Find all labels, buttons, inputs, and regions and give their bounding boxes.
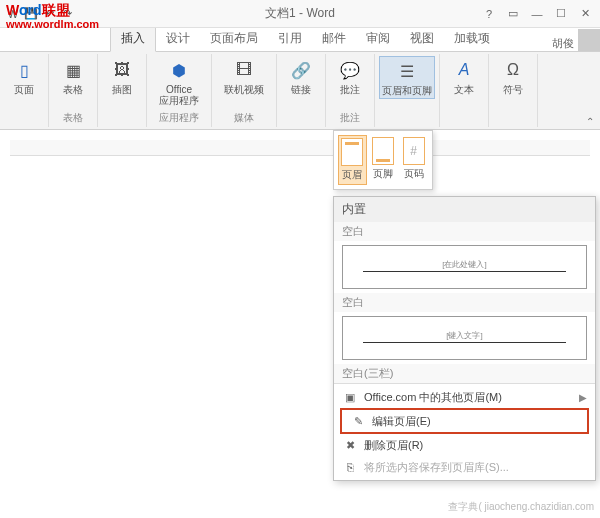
collapse-ribbon-icon[interactable]: ⌃ <box>586 116 594 127</box>
close-icon[interactable]: ✕ <box>574 3 596 25</box>
group-symbols: Ω 符号 <box>489 54 538 127</box>
gallery-blank2-label: 空白 <box>334 293 595 312</box>
text-button[interactable]: A 文本 <box>444 56 484 97</box>
tab-mail[interactable]: 邮件 <box>312 26 356 51</box>
group-comments: 💬 批注 批注 <box>326 54 375 127</box>
table-button[interactable]: ▦ 表格 <box>53 56 93 97</box>
picture-button[interactable]: 🖼 插图 <box>102 56 142 97</box>
tab-addins[interactable]: 加载项 <box>444 26 500 51</box>
help-icon[interactable]: ? <box>478 3 500 25</box>
submenu-arrow-icon: ▶ <box>579 392 587 403</box>
office-icon: ▣ <box>342 389 358 405</box>
group-links: 🔗 链接 <box>277 54 326 127</box>
dropdown-header[interactable]: 页眉 <box>338 135 367 185</box>
gallery-preview-blank2[interactable]: [键入文字] <box>342 316 587 360</box>
gallery-preview-blank1[interactable]: [在此处键入] <box>342 245 587 289</box>
menu-delete-header[interactable]: ✖ 删除页眉(R) <box>334 434 595 456</box>
header-footer-dropdown: 页眉 页脚 # 页码 <box>333 130 433 190</box>
symbol-button[interactable]: Ω 符号 <box>493 56 533 97</box>
gallery-blank1-label: 空白 <box>334 222 595 241</box>
preview-text: [在此处键入] <box>363 258 566 272</box>
edit-icon: ✎ <box>350 413 366 429</box>
gallery-menu: ▣ Office.com 中的其他页眉(M) ▶ ✎ 编辑页眉(E) ✖ 删除页… <box>334 383 595 480</box>
gallery-blank3-label: 空白(三栏) <box>334 364 595 383</box>
group-illustrations: 🖼 插图 <box>98 54 147 127</box>
account-name[interactable]: 胡俊 <box>552 36 574 51</box>
link-button[interactable]: 🔗 链接 <box>281 56 321 97</box>
tab-insert[interactable]: 插入 <box>110 25 156 52</box>
comment-button[interactable]: 💬 批注 <box>330 56 370 97</box>
ruler <box>10 140 590 156</box>
group-text: A 文本 <box>440 54 489 127</box>
group-label-comment: 批注 <box>340 111 360 125</box>
group-label-media: 媒体 <box>234 111 254 125</box>
tab-design[interactable]: 设计 <box>156 26 200 51</box>
menu-office-more[interactable]: ▣ Office.com 中的其他页眉(M) ▶ <box>334 386 595 408</box>
group-media: 🎞 联机视频 媒体 <box>212 54 277 127</box>
title-controls: ? ▭ — ☐ ✕ <box>478 3 596 25</box>
menu-save-header[interactable]: ⎘ 将所选内容保存到页眉库(S)... <box>334 456 595 478</box>
group-label-apps: 应用程序 <box>159 111 199 125</box>
dropdown-pagenum[interactable]: # 页码 <box>399 135 428 185</box>
tab-view[interactable]: 视图 <box>400 26 444 51</box>
watermark-url: www.wordlm.com <box>6 18 99 30</box>
menu-edit-header[interactable]: ✎ 编辑页眉(E) <box>342 410 587 432</box>
tab-references[interactable]: 引用 <box>268 26 312 51</box>
page-footer-icon <box>372 137 394 165</box>
gallery-builtin-label: 内置 <box>334 197 595 222</box>
header-footer-button[interactable]: ☰ 页眉和页脚 <box>379 56 435 99</box>
header-gallery: 内置 空白 [在此处键入] 空白 [键入文字] 空白(三栏) ▣ Office.… <box>333 196 596 481</box>
tab-review[interactable]: 审阅 <box>356 26 400 51</box>
ribbon-options-icon[interactable]: ▭ <box>502 3 524 25</box>
maximize-icon[interactable]: ☐ <box>550 3 572 25</box>
avatar[interactable] <box>578 29 600 51</box>
page-number-icon: # <box>403 137 425 165</box>
minimize-icon[interactable]: — <box>526 3 548 25</box>
highlight-box: ✎ 编辑页眉(E) <box>340 408 589 434</box>
group-header-footer: ☰ 页眉和页脚 <box>375 54 440 127</box>
group-label-table: 表格 <box>63 111 83 125</box>
group-apps: ⬢ Office 应用程序 应用程序 <box>147 54 212 127</box>
dropdown-footer[interactable]: 页脚 <box>369 135 398 185</box>
window-title: 文档1 - Word <box>265 5 335 22</box>
pages-button[interactable]: ▯ 页面 <box>4 56 44 97</box>
tab-layout[interactable]: 页面布局 <box>200 26 268 51</box>
ribbon-tabs: 插入 设计 页面布局 引用 邮件 审阅 视图 加载项 胡俊 <box>0 28 600 52</box>
save-gallery-icon: ⎘ <box>342 459 358 475</box>
online-video-button[interactable]: 🎞 联机视频 <box>216 56 272 97</box>
group-tables: ▦ 表格 表格 <box>49 54 98 127</box>
delete-icon: ✖ <box>342 437 358 453</box>
preview-text: [键入文字] <box>363 329 566 343</box>
group-pages: ▯ 页面 <box>0 54 49 127</box>
ribbon: ▯ 页面 ▦ 表格 表格 🖼 插图 ⬢ Office 应用程序 应 <box>0 52 600 130</box>
office-apps-button[interactable]: ⬢ Office 应用程序 <box>151 56 207 108</box>
site-watermark: 查字典( jiaocheng.chazidian.com <box>448 500 594 514</box>
page-header-icon <box>341 138 363 166</box>
